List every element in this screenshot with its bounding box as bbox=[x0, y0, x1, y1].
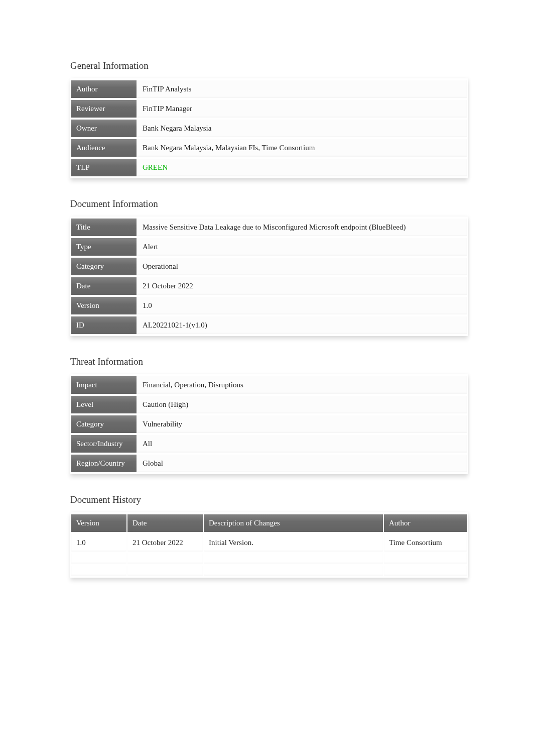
tlp-badge: GREEN bbox=[143, 163, 168, 171]
table-row: Reviewer FinTIP Manager bbox=[71, 100, 467, 118]
label-level: Level bbox=[71, 396, 137, 413]
table-row: Version 1.0 bbox=[71, 297, 467, 314]
value-sector: All bbox=[138, 435, 467, 453]
label-type: Type bbox=[71, 238, 137, 256]
cell-version bbox=[71, 566, 126, 576]
heading-document-information: Document Information bbox=[70, 198, 468, 209]
cell-description: Initial Version. bbox=[204, 534, 383, 552]
cell-author: Time Consortium bbox=[384, 534, 467, 552]
label-date: Date bbox=[71, 277, 137, 295]
table-row: Type Alert bbox=[71, 238, 467, 256]
value-reviewer: FinTIP Manager bbox=[138, 100, 467, 118]
header-date: Date bbox=[127, 514, 203, 532]
general-information-table: Author FinTIP Analysts Reviewer FinTIP M… bbox=[70, 78, 468, 178]
value-title-text: Massive Sensitive Data Leakage due to Mi… bbox=[143, 223, 414, 232]
label-category: Category bbox=[71, 258, 137, 275]
cell-author bbox=[384, 554, 467, 564]
heading-threat-information: Threat Information bbox=[70, 356, 468, 367]
value-audience: Bank Negara Malaysia, Malaysian FIs, Tim… bbox=[138, 139, 467, 157]
table-header-row: Version Date Description of Changes Auth… bbox=[71, 514, 467, 532]
label-threat-category: Category bbox=[71, 415, 137, 433]
value-title: Massive Sensitive Data Leakage due to Mi… bbox=[138, 219, 467, 236]
cell-date bbox=[127, 566, 203, 576]
cell-description bbox=[204, 566, 383, 576]
value-owner: Bank Negara Malaysia bbox=[138, 120, 467, 137]
cell-description bbox=[204, 554, 383, 564]
label-region: Region/Country bbox=[71, 455, 137, 472]
table-row: Sector/Industry All bbox=[71, 435, 467, 453]
header-author: Author bbox=[384, 514, 467, 532]
threat-information-table: Impact Financial, Operation, Disruptions… bbox=[70, 374, 468, 474]
label-version: Version bbox=[71, 297, 137, 314]
cell-version: 1.0 bbox=[71, 534, 126, 552]
label-audience: Audience bbox=[71, 139, 137, 157]
value-region: Global bbox=[138, 455, 467, 472]
document-history-table: Version Date Description of Changes Auth… bbox=[70, 512, 468, 578]
table-row: Date 21 October 2022 bbox=[71, 277, 467, 295]
header-version: Version bbox=[71, 514, 126, 532]
label-tlp: TLP bbox=[71, 159, 137, 176]
table-row: Category Operational bbox=[71, 258, 467, 275]
table-row: Region/Country Global bbox=[71, 455, 467, 472]
value-date: 21 October 2022 bbox=[138, 277, 467, 295]
cell-version bbox=[71, 554, 126, 564]
table-row: ID AL20221021-1(v1.0) bbox=[71, 316, 467, 334]
table-row: Author FinTIP Analysts bbox=[71, 80, 467, 98]
label-impact: Impact bbox=[71, 376, 137, 394]
value-level: Caution (High) bbox=[138, 396, 467, 413]
value-threat-category: Vulnerability bbox=[138, 415, 467, 433]
table-row: Owner Bank Negara Malaysia bbox=[71, 120, 467, 137]
heading-document-history: Document History bbox=[70, 494, 468, 505]
cell-author bbox=[384, 566, 467, 576]
value-version: 1.0 bbox=[138, 297, 467, 314]
value-id: AL20221021-1(v1.0) bbox=[138, 316, 467, 334]
cell-date bbox=[127, 554, 203, 564]
table-row: TLP GREEN bbox=[71, 159, 467, 176]
label-id: ID bbox=[71, 316, 137, 334]
cell-date: 21 October 2022 bbox=[127, 534, 203, 552]
table-row: Level Caution (High) bbox=[71, 396, 467, 413]
table-row: 1.0 21 October 2022 Initial Version. Tim… bbox=[71, 534, 467, 552]
table-row: Category Vulnerability bbox=[71, 415, 467, 433]
header-description: Description of Changes bbox=[204, 514, 383, 532]
label-owner: Owner bbox=[71, 120, 137, 137]
label-reviewer: Reviewer bbox=[71, 100, 137, 118]
table-row bbox=[71, 566, 467, 576]
table-row: Audience Bank Negara Malaysia, Malaysian… bbox=[71, 139, 467, 157]
value-type: Alert bbox=[138, 238, 467, 256]
value-tlp: GREEN bbox=[138, 159, 467, 176]
document-information-table: Title Massive Sensitive Data Leakage due… bbox=[70, 217, 468, 336]
value-author: FinTIP Analysts bbox=[138, 80, 467, 98]
value-category: Operational bbox=[138, 258, 467, 275]
table-row bbox=[71, 554, 467, 564]
label-author: Author bbox=[71, 80, 137, 98]
table-row: Impact Financial, Operation, Disruptions bbox=[71, 376, 467, 394]
table-row: Title Massive Sensitive Data Leakage due… bbox=[71, 219, 467, 236]
heading-general-information: General Information bbox=[70, 60, 468, 71]
label-sector: Sector/Industry bbox=[71, 435, 137, 453]
label-title: Title bbox=[71, 219, 137, 236]
value-impact: Financial, Operation, Disruptions bbox=[138, 376, 467, 394]
